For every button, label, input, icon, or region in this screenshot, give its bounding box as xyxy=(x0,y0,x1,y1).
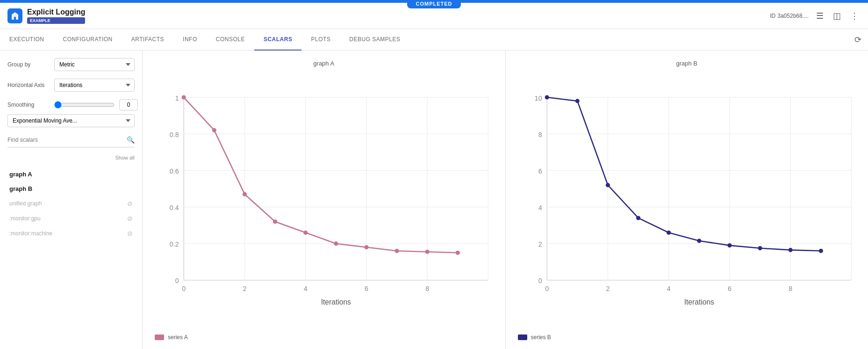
task-id-value: 3a052b68.... xyxy=(777,13,809,19)
horizontal-axis-label: Horizontal Axis xyxy=(7,82,50,88)
hide-monitor-gpu-icon[interactable]: ⊘ xyxy=(127,215,133,222)
scalar-item-monitor-gpu[interactable]: :monitor:gpu ⊘ xyxy=(7,212,135,225)
svg-text:0.4: 0.4 xyxy=(170,204,179,211)
svg-point-28 xyxy=(273,219,277,224)
scalar-item-name-monitor-machine: :monitor:machine xyxy=(9,230,52,237)
legend-label-series-a: series A xyxy=(168,334,188,341)
svg-point-60 xyxy=(575,99,579,103)
scalar-item-graph-b[interactable]: graph B xyxy=(7,182,135,195)
svg-text:8: 8 xyxy=(789,285,792,292)
smoothing-label: Smoothing xyxy=(7,102,50,108)
svg-point-67 xyxy=(788,248,792,252)
scalar-item-name-graph-a: graph A xyxy=(9,171,32,178)
list-view-icon[interactable]: ☰ xyxy=(814,9,825,23)
svg-text:4: 4 xyxy=(538,204,542,211)
show-all-button[interactable]: Show all xyxy=(7,155,135,160)
nav-tabs: EXECUTION CONFIGURATION ARTIFACTS INFO C… xyxy=(0,29,868,51)
chart-legend-graph-b: series B xyxy=(510,330,864,344)
tab-info[interactable]: INFO xyxy=(173,29,207,51)
svg-text:0: 0 xyxy=(545,285,549,292)
svg-text:Iterations: Iterations xyxy=(321,298,351,306)
chart-svg-graph-b: 0 2 4 6 8 10 0 2 4 6 8 Iterations xyxy=(510,72,864,330)
svg-text:0.2: 0.2 xyxy=(170,240,179,248)
scalar-item-name-graph-b: graph B xyxy=(9,185,32,192)
svg-point-63 xyxy=(667,231,671,235)
svg-text:6: 6 xyxy=(538,167,542,175)
svg-text:Iterations: Iterations xyxy=(684,298,714,306)
hide-unified-graph-icon[interactable]: ⊘ xyxy=(127,200,133,207)
legend-color-series-a xyxy=(155,334,164,340)
svg-text:10: 10 xyxy=(534,95,542,102)
search-input[interactable] xyxy=(7,135,127,145)
content: graph A xyxy=(143,51,868,349)
legend-color-series-b xyxy=(518,334,527,340)
chart-panel-graph-a: graph A xyxy=(143,51,506,349)
app-logo-icon xyxy=(7,8,22,23)
scalar-item-unified-graph[interactable]: unified graph ⊘ xyxy=(7,197,135,210)
svg-text:0: 0 xyxy=(538,277,542,284)
svg-point-30 xyxy=(334,241,338,246)
tab-debug-samples[interactable]: DEBUG SAMPLES xyxy=(340,29,409,51)
example-badge: EXAMPLE xyxy=(27,17,85,24)
tab-execution[interactable]: EXECUTION xyxy=(0,29,54,51)
chart-legend-graph-a: series A xyxy=(147,330,501,344)
svg-text:0.6: 0.6 xyxy=(170,167,179,175)
svg-point-62 xyxy=(636,216,640,220)
chart-title-graph-b: graph B xyxy=(510,60,864,67)
completed-badge: COMPLETED xyxy=(407,0,460,8)
header-right: ID 3a052b68.... ☰ ◫ ⋮ xyxy=(770,9,861,23)
svg-text:0: 0 xyxy=(182,285,186,292)
svg-text:6: 6 xyxy=(365,285,368,292)
split-view-icon[interactable]: ◫ xyxy=(831,9,843,23)
smoothing-method-select[interactable]: Exponential Moving Ave... Running Averag… xyxy=(7,114,135,127)
svg-point-65 xyxy=(727,243,732,247)
svg-point-32 xyxy=(395,249,399,253)
smoothing-value-input[interactable] xyxy=(119,99,138,110)
smoothing-slider[interactable] xyxy=(54,101,115,109)
svg-text:0: 0 xyxy=(175,277,179,284)
main: Group by Metric None Horizontal Axis Ite… xyxy=(0,51,868,349)
svg-point-26 xyxy=(212,128,216,132)
svg-point-25 xyxy=(182,95,186,100)
scalar-list: graph A graph B unified graph ⊘ :monitor… xyxy=(7,168,135,240)
charts-area: graph A xyxy=(143,51,868,349)
legend-label-series-b: series B xyxy=(531,334,551,341)
task-id: ID 3a052b68.... xyxy=(770,13,809,19)
scalar-item-graph-a[interactable]: graph A xyxy=(7,168,135,181)
refresh-icon[interactable]: ⟳ xyxy=(853,33,863,47)
tab-plots[interactable]: PLOTS xyxy=(301,29,340,51)
tab-scalars[interactable]: SCALARS xyxy=(254,29,302,51)
chart-svg-graph-a: 0 0.2 0.4 0.6 0.8 1 0 2 4 6 8 Iterations xyxy=(147,72,501,330)
scalar-item-monitor-machine[interactable]: :monitor:machine ⊘ xyxy=(7,227,135,240)
svg-text:1: 1 xyxy=(175,95,179,102)
svg-text:4: 4 xyxy=(667,285,670,292)
svg-text:0.8: 0.8 xyxy=(170,131,179,138)
svg-text:8: 8 xyxy=(538,131,542,138)
svg-point-61 xyxy=(605,183,610,187)
svg-text:2: 2 xyxy=(243,285,246,292)
chart-container-graph-a: 0 0.2 0.4 0.6 0.8 1 0 2 4 6 8 Iterations xyxy=(147,72,501,330)
tab-artifacts[interactable]: ARTIFACTS xyxy=(122,29,173,51)
chart-panel-graph-b: graph B xyxy=(506,51,868,349)
id-label: ID xyxy=(770,13,775,19)
svg-text:4: 4 xyxy=(304,285,308,292)
horizontal-axis-row: Horizontal Axis Iterations Time Epochs xyxy=(7,79,135,92)
group-by-label: Group by xyxy=(7,61,50,68)
svg-text:6: 6 xyxy=(727,285,731,292)
horizontal-axis-select[interactable]: Iterations Time Epochs xyxy=(54,79,135,92)
menu-icon[interactable]: ⋮ xyxy=(848,9,861,23)
hide-monitor-machine-icon[interactable]: ⊘ xyxy=(127,230,133,237)
group-by-select[interactable]: Metric None xyxy=(54,58,135,71)
search-container: 🔍 xyxy=(7,135,135,147)
tab-configuration[interactable]: CONFIGURATION xyxy=(54,29,122,51)
svg-point-31 xyxy=(364,245,368,249)
tab-console[interactable]: CONSOLE xyxy=(207,29,254,51)
svg-point-66 xyxy=(758,246,762,250)
svg-text:8: 8 xyxy=(425,285,429,292)
svg-point-64 xyxy=(697,239,701,243)
svg-point-33 xyxy=(425,250,430,254)
scalar-item-name-monitor-gpu: :monitor:gpu xyxy=(9,215,41,222)
header-logo: Explicit Logging EXAMPLE xyxy=(7,8,85,24)
search-icon[interactable]: 🔍 xyxy=(127,136,135,144)
svg-text:2: 2 xyxy=(606,285,610,292)
